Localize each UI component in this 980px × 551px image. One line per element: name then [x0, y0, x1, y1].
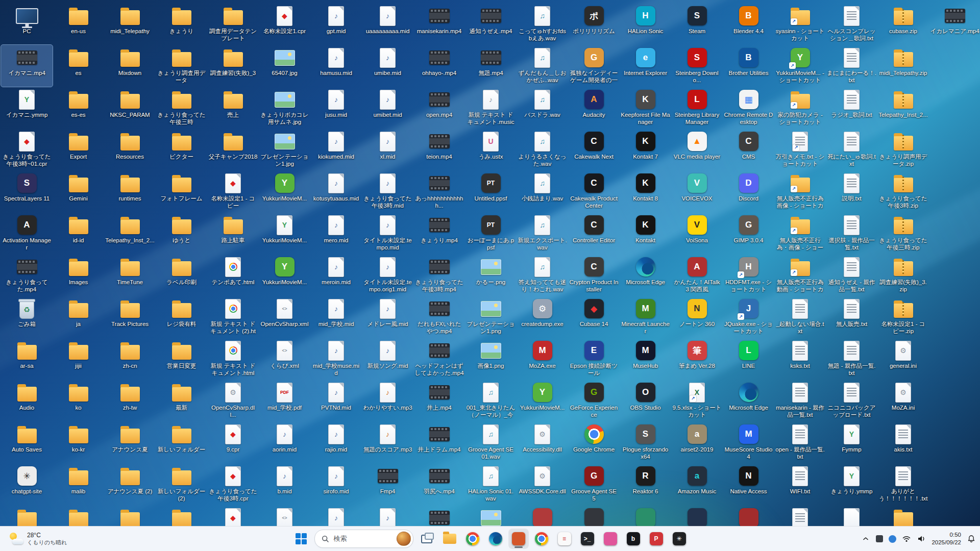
desktop-icon[interactable]: 通知うぜえ - 親作品一覧.txt	[826, 254, 877, 296]
desktop-icon[interactable]: ♪jusu.mid	[310, 87, 362, 129]
desktop-icon[interactable]: GGIMP 3.0.4	[723, 212, 774, 254]
desktop-icon[interactable]: Google Chrome	[568, 421, 620, 463]
taskbar-microsoft-edge[interactable]	[486, 529, 505, 548]
desktop-icon[interactable]: ◆名称未設定1 - コピー	[207, 170, 259, 212]
desktop-icon[interactable]: Resources	[104, 129, 156, 170]
desktop-icon[interactable]: ◆	[207, 505, 259, 527]
taskbar-task-view[interactable]	[417, 529, 436, 548]
desktop-icon[interactable]: きょうり食ってた.mp4	[1, 254, 53, 296]
desktop-icon[interactable]: BBrother Utilities	[723, 45, 774, 87]
desktop-icon[interactable]: ♪mid_学校.mid	[310, 296, 362, 338]
desktop-icon[interactable]: ♪sirofo.mid	[310, 463, 362, 505]
desktop-icon[interactable]: ♪umibe.mid	[362, 45, 413, 87]
desktop-icon[interactable]: EEpson 接続診断ツール	[568, 338, 620, 380]
desktop-icon[interactable]: きょうりボカコレ用サムネ.jpg	[259, 87, 310, 129]
desktop-icon[interactable]: Y↗YukkuriMovieM... - ショートカット	[774, 45, 826, 87]
desktop-icon[interactable]: ♫HALion Sonic 01.wav	[465, 463, 517, 505]
desktop-icon[interactable]: Yきょうり.ymmp	[826, 463, 877, 505]
desktop-icon[interactable]: HHALion Sonic	[620, 3, 671, 45]
desktop-icon[interactable]: GGeForce Experience	[568, 380, 620, 421]
desktop-icon[interactable]: ▦Chrome Remote Desktop	[723, 87, 774, 129]
wifi-icon[interactable]	[902, 534, 911, 543]
desktop-icon[interactable]: 新しいフォルダー (2)	[156, 463, 207, 505]
desktop-icon[interactable]: ラジオ_歌詞.txt	[826, 87, 877, 129]
desktop-icon[interactable]: Yイカマニ.ymmp	[1, 87, 53, 129]
desktop-icon[interactable]: es	[53, 45, 104, 87]
desktop-icon[interactable]: あっhhhhhhhhhhhh...	[413, 170, 465, 212]
desktop-icon[interactable]: ♫バスドラ.wav	[517, 87, 568, 129]
desktop-icon[interactable]: ◆きょうり食ってた午後3時.cpr	[207, 463, 259, 505]
desktop-icon[interactable]: ♪aorin.mid	[259, 421, 310, 463]
desktop-icon[interactable]: ポポリリリリズム	[568, 3, 620, 45]
desktop-icon[interactable]: SPlogue sforzando x64	[620, 421, 671, 463]
taskbar-bandlab-app[interactable]: b	[624, 529, 643, 548]
desktop-icon[interactable]: PDFmid_学校.pdf	[259, 380, 310, 421]
taskbar-chatgpt-app[interactable]: ✳	[670, 529, 689, 548]
desktop-icon[interactable]: en-us	[53, 3, 104, 45]
desktop-icon[interactable]: KKontakt 8	[620, 170, 671, 212]
desktop-icon[interactable]: 調査練習(失敗)_3	[207, 45, 259, 87]
desktop-icon[interactable]: ♪新規ソング.mid	[362, 338, 413, 380]
desktop-icon[interactable]: open - 親作品一覧.txt	[774, 421, 826, 463]
desktop-icon[interactable]: VVoiSona	[671, 212, 723, 254]
desktop-icon[interactable]: Mixdown	[104, 45, 156, 87]
desktop-icon[interactable]: ♪mid_学校muse.mid	[310, 338, 362, 380]
taskbar-powerpoint-app[interactable]: P	[647, 529, 666, 548]
desktop-icon[interactable]: きょうり食ってた午後三時.zip	[877, 212, 929, 254]
desktop-icon[interactable]: MMinecraft Launcher	[620, 296, 671, 338]
desktop-icon[interactable]: かるー.png	[465, 254, 517, 296]
volume-icon[interactable]	[917, 534, 926, 543]
taskbar-chrome-profile-2[interactable]	[532, 529, 551, 548]
desktop-icon[interactable]: ♪uaaaaaaaaa.mid	[362, 3, 413, 45]
desktop-icon[interactable]: ♪kotusytuaaus.mid	[310, 170, 362, 212]
desktop-icon[interactable]: X↗9.5.xlsx - ショートカット	[671, 380, 723, 421]
desktop-icon[interactable]: KKeepforest File Manager	[620, 87, 671, 129]
desktop-icon[interactable]: ar-sa	[1, 338, 53, 380]
desktop-icon[interactable]: 選択肢 - 親作品一覧.txt	[826, 212, 877, 254]
notification-bell-icon[interactable]	[967, 534, 976, 543]
desktop-icon[interactable]	[568, 505, 620, 527]
desktop-icon[interactable]: 父子キャンプ2018	[207, 129, 259, 170]
taskbar-active-media-app[interactable]	[509, 529, 528, 548]
desktop-icon[interactable]: ◆Cubase 14	[568, 296, 620, 338]
desktop-icon[interactable]: アナウンス夏	[104, 421, 156, 463]
desktop-icon[interactable]: J↗JQuake.exe - ショートカット	[723, 296, 774, 338]
desktop-icon[interactable]: ニコニコバックアップロード.txt	[826, 380, 877, 421]
desktop-icon[interactable]: Track Pictures	[104, 296, 156, 338]
desktop-icon[interactable]	[104, 505, 156, 527]
desktop-icon[interactable]: テンポあて.html	[207, 254, 259, 296]
desktop-icon[interactable]: きょうり調声用データ.zip	[877, 129, 929, 170]
desktop-icon[interactable]: ♫ずんだもん＿しおかぜふ..wav	[517, 45, 568, 87]
desktop-icon[interactable]: manisekarin.mp4	[413, 3, 465, 45]
desktop-icon[interactable]: PC	[1, 3, 53, 45]
desktop-icon[interactable]: ◆きょうり食ってた午後3時~01.cpr	[1, 129, 53, 170]
desktop-icon[interactable]	[620, 505, 671, 527]
desktop-icon[interactable]: 新規 テキスト ドキュメント (2).html	[207, 296, 259, 338]
desktop-icon[interactable]	[517, 505, 568, 527]
desktop-icon[interactable]: プレゼンテーション1.jpg	[259, 129, 310, 170]
desktop-icon[interactable]: ⚙Accessibility.dll	[517, 421, 568, 463]
desktop-icon[interactable]: ♪タイトル未設定.tempo.mid	[362, 212, 413, 254]
taskbar-terminal-app[interactable]: >_	[578, 529, 597, 548]
desktop-icon[interactable]: きょうり食ってた午後三時	[156, 87, 207, 129]
desktop-icon[interactable]: 死にたい_ゅ歌詞.txt	[826, 129, 877, 170]
desktop-icon[interactable]: <>OpenCvSharp.xml	[259, 296, 310, 338]
desktop-icon[interactable]: NNative Access	[723, 463, 774, 505]
desktop-icon[interactable]: <>	[259, 505, 310, 527]
desktop-icon[interactable]: YFymmp	[826, 421, 877, 463]
desktop-icon[interactable]: ◆9.cpr	[207, 421, 259, 463]
desktop-icon[interactable]: 新規 テキスト ドキュメント.html	[207, 338, 259, 380]
desktop-icon[interactable]: ♪新規 テキスト ドキュメント.musicxml	[465, 87, 517, 129]
desktop-icon[interactable]: ♪xl.mid	[362, 129, 413, 170]
desktop-icon[interactable]: ♫Groove Agent SE 01.wav	[465, 421, 517, 463]
desktop-icon[interactable]: MMuseScore Studio 4	[723, 421, 774, 463]
desktop-icon[interactable]: ♪メドレー風.mid	[362, 296, 413, 338]
taskbar-pink-media-app[interactable]	[601, 529, 620, 548]
desktop-icon[interactable]	[877, 505, 929, 527]
desktop-icon[interactable]	[53, 505, 104, 527]
desktop-icon[interactable]: YYukkuriMovieM...	[259, 170, 310, 212]
desktop-icon[interactable]: BBlender 4.4	[723, 3, 774, 45]
desktop-icon[interactable]: ja	[53, 296, 104, 338]
desktop-icon[interactable]: 無人販売.txt	[826, 296, 877, 338]
desktop-icon[interactable]: 調査用データテンプレート	[207, 3, 259, 45]
